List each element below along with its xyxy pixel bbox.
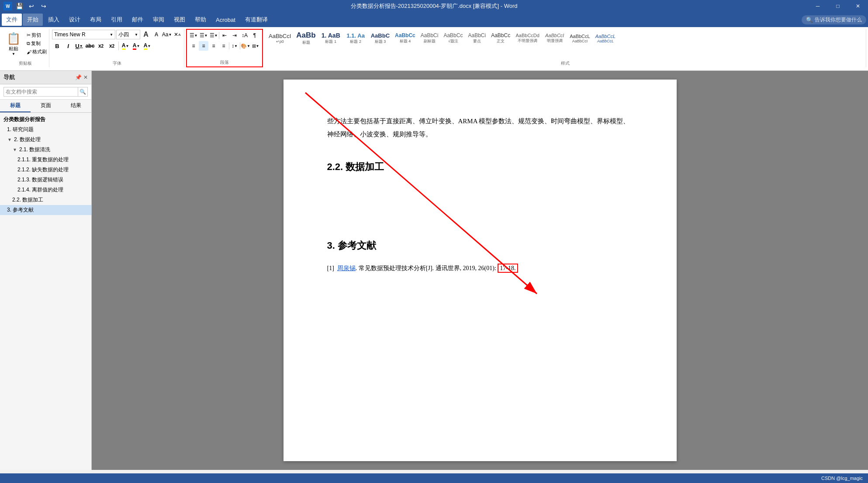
text-highlight-btn[interactable]: A ▼ <box>120 41 131 51</box>
style-subtitle[interactable]: AaBbCi 副标题 <box>418 31 441 45</box>
style-caption[interactable]: AaBbCc √题注 <box>441 31 465 45</box>
nav-tree-section2[interactable]: ▼2. 数据处理 <box>0 135 91 145</box>
nav-search-btn[interactable]: 🔍 <box>78 87 88 97</box>
menu-item-acrobat[interactable]: Acrobat <box>211 14 240 26</box>
nav-tree-section21[interactable]: ▼2.1. 数据清洗 <box>0 145 91 155</box>
sort-btn[interactable]: ↕A <box>240 31 249 40</box>
paragraph-group-label: 段落 <box>189 59 260 66</box>
reference-1: [1] 周泉锡. 常见数据预处理技术分析[J]. 通讯世界, 2019, 26(… <box>327 263 633 274</box>
font-shrink-btn[interactable]: A <box>152 30 161 39</box>
show-marks-btn[interactable]: ¶ <box>250 31 259 40</box>
italic-btn[interactable]: I <box>63 41 73 51</box>
underline-btn[interactable]: U▼ <box>74 41 84 51</box>
status-bar: CSDN @lcg_magic <box>0 473 868 483</box>
format-painter-btn[interactable]: 🖌格式刷 <box>25 48 48 56</box>
style-h2[interactable]: 1.1. Aa 标题 2 <box>344 31 368 46</box>
nav-tree-section3[interactable]: 3. 参考文献 <box>0 205 91 215</box>
subscript-btn[interactable]: x2 <box>96 41 106 51</box>
nav-tree-section22[interactable]: 2.2. 数据加工 <box>0 195 91 205</box>
menu-item-mail[interactable]: 邮件 <box>128 14 148 26</box>
nav-tree-section1[interactable]: 1. 研究问题 <box>0 125 91 135</box>
style-p0[interactable]: AaBbCcI ↵p0 <box>266 31 293 45</box>
maximize-btn[interactable]: □ <box>828 0 848 12</box>
nav-tree-section211[interactable]: 2.1.1. 重复数据的处理 <box>0 155 91 165</box>
menu-item-layout[interactable]: 布局 <box>86 14 106 26</box>
style-italic-style[interactable]: AaBbCcL AaBbCcL <box>593 32 618 45</box>
heading-22: 2.2. 数据加工 <box>327 158 633 176</box>
style-keypoint[interactable]: AaBbCi 要点 <box>466 31 488 45</box>
decrease-indent-btn[interactable]: ⇤ <box>220 31 229 40</box>
nav-tab-headings[interactable]: 标题 <box>0 100 31 112</box>
undo-quick-btn[interactable]: ↩ <box>26 1 37 11</box>
menu-item-file[interactable]: 文件 <box>2 14 22 26</box>
font-name-selector[interactable]: Times New R ▼ <box>52 30 115 39</box>
style-body[interactable]: AaBbCc 正文 <box>489 31 512 45</box>
nav-tree-report[interactable]: 分类数据分析报告 <box>0 115 91 125</box>
title-bar-controls: ─ □ ✕ <box>808 0 868 12</box>
shading-bg-btn[interactable]: 🎨▼ <box>241 41 250 51</box>
styles-group-label: 样式 <box>266 59 864 67</box>
nav-tree: 分类数据分析报告 1. 研究问题 ▼2. 数据处理 ▼2.1. 数据清洗 2.1… <box>0 113 91 470</box>
font-group: Times New R ▼ 小四 ▼ A A Aa▼ ✕A B I U▼ abc… <box>50 29 184 67</box>
menu-item-review[interactable]: 审阅 <box>149 14 169 26</box>
title-bar-left: W 💾 ↩ ↪ <box>3 1 49 11</box>
style-subtle-em[interactable]: AaBbCcDd 不明显强调 <box>513 31 542 45</box>
nav-tree-section212[interactable]: 2.1.2. 缺失数据的处理 <box>0 165 91 175</box>
nav-tab-pages[interactable]: 页面 <box>31 100 61 112</box>
align-right-btn[interactable]: ≡ <box>209 41 218 51</box>
style-h4[interactable]: AaBbCc 标题 4 <box>393 31 418 45</box>
nav-tree-section213[interactable]: 2.1.3. 数据逻辑错误 <box>0 175 91 185</box>
line-spacing-btn[interactable]: ↕▼ <box>230 41 239 51</box>
menu-item-design[interactable]: 设计 <box>65 14 85 26</box>
menu-item-youdao[interactable]: 有道翻译 <box>241 14 272 26</box>
font-case-btn[interactable]: Aa▼ <box>162 30 172 39</box>
section-3-heading: 3. 参考文献 <box>327 237 633 254</box>
redo-quick-btn[interactable]: ↪ <box>38 1 49 11</box>
clipboard-label: 剪贴板 <box>3 59 48 67</box>
nav-tabs: 标题 页面 结果 <box>0 100 91 113</box>
nav-title: 导航 <box>3 73 15 81</box>
tell-me-bar[interactable]: 🔍 告诉我你想要做什么 <box>802 15 866 24</box>
superscript-btn[interactable]: x2 <box>107 41 117 51</box>
nav-pin-btn[interactable]: 📌 <box>75 74 82 80</box>
paste-btn[interactable]: 📋 粘贴 ▼ <box>3 30 24 58</box>
increase-indent-btn[interactable]: ⇥ <box>230 31 239 40</box>
bold-btn[interactable]: B <box>52 41 62 51</box>
ref-author-link[interactable]: 周泉锡 <box>337 265 356 271</box>
style-obvious-em[interactable]: AaBbCcI 明显强调 <box>543 31 567 45</box>
align-center-btn[interactable]: ≡ <box>199 41 208 51</box>
doc-area[interactable]: 些方法主要包括基于直接距离、傅立叶变换、ARMA 模型参数法、规范变换、时间弯曲… <box>92 71 868 470</box>
cut-btn[interactable]: ✂剪切 <box>25 31 48 39</box>
nav-tree-section214[interactable]: 2.1.4. 离群值的处理 <box>0 185 91 195</box>
nav-close-btn[interactable]: ✕ <box>83 74 88 80</box>
nav-search-input[interactable] <box>3 87 78 97</box>
menu-item-home[interactable]: 开始 <box>23 14 43 26</box>
font-grow-btn[interactable]: A <box>141 30 151 39</box>
bullets-btn[interactable]: ☰▼ <box>189 31 198 40</box>
menu-item-view[interactable]: 视图 <box>169 14 190 26</box>
save-quick-btn[interactable]: 💾 <box>14 1 24 11</box>
style-h1[interactable]: 1. AaB 标题 1 <box>319 31 343 46</box>
copy-btn[interactable]: ⧉复制 <box>25 40 48 47</box>
style-strong[interactable]: AaBbCcL AaBbCcI <box>567 32 592 45</box>
numbering-btn[interactable]: ☰▼ <box>199 31 208 40</box>
border-btn[interactable]: ⊞▼ <box>251 41 260 51</box>
strikethrough-btn[interactable]: abc <box>85 41 95 51</box>
menu-item-help[interactable]: 帮助 <box>190 14 211 26</box>
multilevel-list-btn[interactable]: ☰▼ <box>209 31 218 40</box>
shading-btn[interactable]: A ▼ <box>142 41 152 51</box>
menu-item-insert[interactable]: 插入 <box>44 14 64 26</box>
font-color-btn[interactable]: A ▼ <box>131 41 142 51</box>
justify-btn[interactable]: ≡ <box>219 41 228 51</box>
status-right: CSDN @lcg_magic <box>821 476 863 481</box>
font-size-selector[interactable]: 小四 ▼ <box>116 30 140 39</box>
minimize-btn[interactable]: ─ <box>808 0 828 12</box>
intro-text: 些方法主要包括基于直接距离、傅立叶变换、ARMA 模型参数法、规范变换、时间弯曲… <box>327 118 630 138</box>
menu-item-references[interactable]: 引用 <box>107 14 127 26</box>
style-h3[interactable]: AaBbC 标题 3 <box>369 31 392 46</box>
style-heading[interactable]: AaBb 标题 <box>294 30 318 47</box>
close-btn[interactable]: ✕ <box>848 0 868 12</box>
nav-tab-results[interactable]: 结果 <box>61 100 91 112</box>
align-left-btn[interactable]: ≡ <box>189 41 198 51</box>
clear-format-btn[interactable]: ✕A <box>173 30 182 39</box>
